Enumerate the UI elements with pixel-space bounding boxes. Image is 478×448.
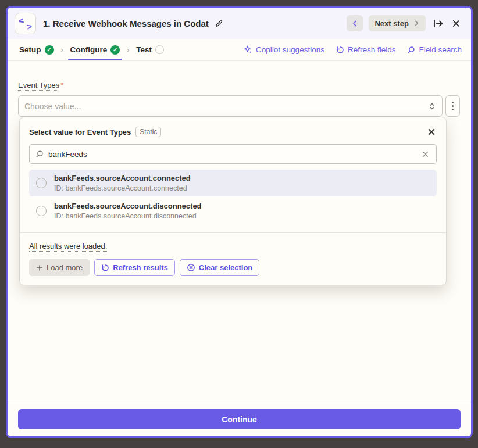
option-disconnected[interactable]: bankFeeds.sourceAccount.disconnected ID:… [29, 198, 437, 224]
edit-title-button[interactable] [213, 18, 224, 29]
option-list: bankFeeds.sourceAccount.connected ID: ba… [20, 170, 446, 232]
tab-test[interactable]: Test [136, 39, 164, 60]
close-icon [452, 19, 461, 28]
modal-search-wrap [20, 143, 446, 170]
refresh-icon [101, 264, 109, 272]
search-icon [407, 46, 415, 54]
select-value-modal: Select value for Event Types Static [19, 117, 447, 285]
tab-setup[interactable]: Setup ✓ [19, 39, 54, 60]
refresh-results-button[interactable]: Refresh results [94, 259, 175, 276]
event-types-select[interactable]: Choose value... [18, 95, 443, 117]
tab-configure-label: Configure [70, 45, 108, 54]
search-icon [35, 150, 44, 158]
clear-selection-button[interactable]: Clear selection [180, 259, 260, 276]
refresh-results-label: Refresh results [113, 263, 168, 272]
modal-footer: All results were loaded. Load more Refre… [20, 232, 446, 285]
tab-configure[interactable]: Configure ✓ [70, 39, 120, 60]
static-badge: Static [135, 127, 161, 137]
field-search-button[interactable]: Field search [407, 45, 462, 54]
chevron-right-icon [413, 20, 420, 27]
modal-title: Select value for Event Types [29, 128, 131, 137]
tab-separator-icon: › [127, 46, 129, 54]
clear-circle-icon [187, 263, 195, 272]
modal-search-box [29, 144, 437, 164]
chevron-left-icon [351, 20, 359, 27]
step-title-text: 1. Receive Webhook Messages in Codat [43, 19, 209, 28]
option-label: bankFeeds.sourceAccount.connected [54, 174, 191, 182]
pencil-icon [215, 19, 223, 28]
modal-header: Select value for Event Types Static [20, 117, 446, 143]
tab-test-label: Test [136, 45, 152, 54]
next-step-button[interactable]: Next step [369, 15, 426, 31]
required-asterisk: * [60, 81, 63, 91]
option-id: ID: bankFeeds.sourceAccount.connected [54, 184, 191, 192]
tab-setup-label: Setup [19, 45, 41, 54]
refresh-icon [336, 46, 344, 54]
code-bracket-left-icon: < [18, 16, 25, 25]
radio-icon[interactable] [36, 178, 47, 188]
step-title: 1. Receive Webhook Messages in Codat [43, 18, 340, 29]
event-types-field-row: Choose value... [18, 95, 460, 117]
copilot-suggestions-button[interactable]: Copilot suggestions [244, 45, 324, 54]
clear-search-button[interactable] [420, 149, 430, 159]
clear-selection-label: Clear selection [199, 263, 253, 272]
clear-search-icon [422, 150, 429, 158]
field-search-label: Field search [419, 45, 462, 54]
plus-icon [36, 264, 43, 271]
tab-separator-icon: › [61, 46, 63, 54]
webhook-app-icon: < > [15, 13, 36, 34]
kebab-icon [452, 102, 454, 103]
event-types-field-label: Event Types * [18, 81, 63, 91]
next-step-label: Next step [374, 19, 409, 28]
step-tabbar: Setup ✓ › Configure ✓ › Test Copilot sug… [8, 39, 471, 61]
header-actions: Next step [347, 15, 462, 31]
collapse-panel-button[interactable] [431, 17, 445, 30]
collapse-panel-icon [433, 19, 444, 28]
option-connected[interactable]: bankFeeds.sourceAccount.connected ID: ba… [29, 170, 437, 196]
code-bracket-right-icon: > [26, 21, 33, 31]
modal-footer-buttons: Load more Refresh results Clear selectio… [29, 259, 437, 276]
field-label-text: Event Types [18, 81, 59, 91]
step-header: < > 1. Receive Webhook Messages in Codat… [8, 8, 471, 39]
load-more-label: Load more [47, 263, 83, 272]
option-id: ID: bankFeeds.sourceAccount.disconnected [54, 212, 202, 220]
continue-button[interactable]: Continue [18, 409, 461, 429]
configure-form: Event Types * Choose value... Select val… [8, 61, 471, 402]
step-editor-panel: < > 1. Receive Webhook Messages in Codat… [6, 6, 473, 438]
refresh-fields-label: Refresh fields [348, 45, 396, 54]
configure-complete-icon: ✓ [110, 45, 120, 55]
load-more-button[interactable]: Load more [29, 259, 90, 276]
radio-icon[interactable] [36, 206, 47, 216]
panel-footer: Continue [8, 402, 471, 436]
test-incomplete-icon [155, 45, 164, 54]
previous-step-button[interactable] [347, 15, 363, 31]
setup-complete-icon: ✓ [45, 45, 54, 55]
close-icon [427, 128, 436, 136]
modal-close-button[interactable] [426, 127, 437, 137]
tab-actions: Copilot suggestions Refresh fields Field… [244, 45, 462, 54]
refresh-fields-button[interactable]: Refresh fields [336, 45, 396, 54]
copilot-suggestions-label: Copilot suggestions [256, 45, 324, 54]
select-placeholder: Choose value... [24, 102, 428, 111]
close-panel-button[interactable] [451, 18, 462, 29]
modal-search-input[interactable] [48, 150, 416, 159]
sparkle-icon [244, 45, 252, 54]
option-label: bankFeeds.sourceAccount.disconnected [54, 202, 202, 210]
field-menu-button[interactable] [445, 95, 460, 117]
select-chevron-icon [428, 102, 436, 111]
results-loaded-status: All results were loaded. [29, 242, 107, 252]
